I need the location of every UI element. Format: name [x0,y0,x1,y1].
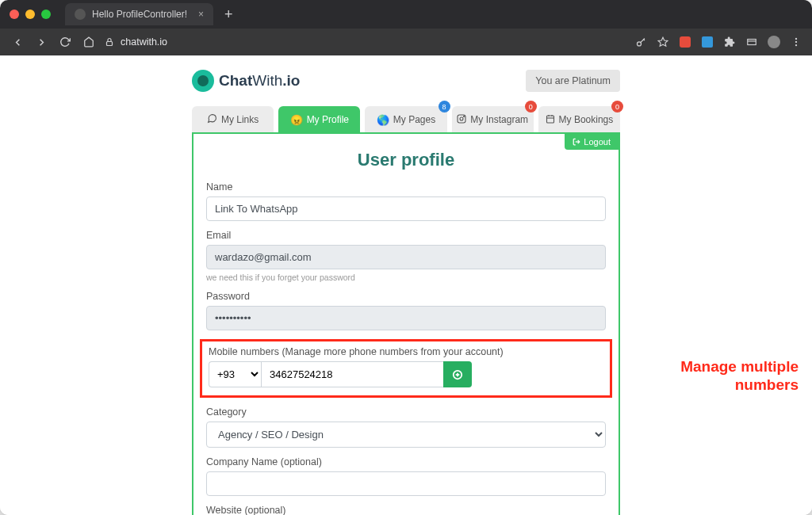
main-container: ChatWith.io You are Platinum My Links 😠 … [192,70,620,515]
extensions-icon[interactable] [723,36,736,48]
avatar-icon[interactable] [768,36,780,48]
svg-point-9 [460,117,463,120]
logout-icon [573,138,580,146]
platinum-badge: You are Platinum [526,70,620,92]
svg-point-5 [795,38,797,40]
company-input[interactable] [206,471,606,496]
tab-title: Hello ProfileController! [92,9,187,20]
tab-label: My Bookings [559,114,614,125]
svg-rect-0 [107,42,113,46]
field-category: Category Agency / SEO / Design [206,406,606,448]
profile-panel: Logout User profile Name Email we need t… [192,132,620,515]
field-name: Name [206,181,606,221]
tab-my-bookings[interactable]: My Bookings 0 [538,106,620,133]
tab-my-pages[interactable]: 🌎 My Pages 8 [365,106,446,133]
minimize-window-button[interactable] [25,10,35,19]
svg-rect-11 [546,116,553,123]
email-input[interactable] [206,245,606,269]
highlighted-mobile-section: Mobile numbers (Manage more phone number… [200,339,612,398]
home-button[interactable] [81,34,97,50]
svg-rect-3 [748,40,756,45]
menu-icon[interactable] [790,36,802,48]
password-input[interactable] [206,306,606,330]
phone-row: +93 [209,361,603,387]
tab-label: My Pages [393,114,435,125]
maximize-window-button[interactable] [41,10,51,19]
toolbar-right [634,36,802,48]
field-company: Company Name (optional) [206,456,606,496]
ext-2-icon[interactable] [701,36,714,48]
instagram-badge: 0 [525,101,537,113]
name-input[interactable] [206,196,606,221]
close-tab-icon[interactable]: × [198,9,204,20]
tab-my-instagram[interactable]: My Instagram 0 [452,106,534,133]
page-title: User profile [206,150,606,170]
reload-button[interactable] [57,34,73,50]
field-website: Website (optional) [206,505,606,515]
back-button[interactable] [10,34,25,50]
lock-icon [105,37,114,47]
website-label: Website (optional) [206,505,606,515]
pages-badge: 8 [439,101,450,113]
ext-3-icon[interactable] [745,36,758,48]
tab-my-links[interactable]: My Links [192,106,274,133]
name-label: Name [206,181,606,193]
field-password: Password [206,291,606,330]
plus-circle-icon [452,369,463,380]
page-content: ChatWith.io You are Platinum My Links 😠 … [0,55,812,515]
annotation-callout: Manage multiple numbers [680,358,799,395]
star-icon[interactable] [657,36,669,48]
logo[interactable]: ChatWith.io [192,70,300,92]
nav-tabs: My Links 😠 My Profile 🌎 My Pages 8 My In… [192,106,620,133]
add-phone-button[interactable] [443,361,472,387]
country-code-select[interactable]: +93 [209,361,261,387]
logo-text: ChatWith.io [219,72,300,90]
phone-input[interactable] [261,361,443,387]
svg-marker-2 [658,37,668,46]
password-label: Password [206,291,606,302]
browser-tab[interactable]: Hello ProfileController! × [65,3,213,25]
email-help: we need this if you forget your password [206,273,606,282]
logo-mark-icon [192,70,214,92]
svg-point-1 [637,41,641,45]
globe-icon: 🌎 [377,114,389,126]
instagram-icon [457,114,466,126]
category-select[interactable]: Agency / SEO / Design [206,422,606,448]
company-label: Company Name (optional) [206,456,606,467]
category-label: Category [206,406,606,418]
url-text: chatwith.io [121,36,167,48]
svg-point-10 [464,116,465,116]
tab-favicon [75,9,86,20]
svg-point-6 [795,41,797,43]
browser-toolbar: chatwith.io [0,29,812,55]
ext-1-icon[interactable] [679,36,691,48]
tab-my-profile[interactable]: 😠 My Profile [278,106,360,133]
address-bar[interactable]: chatwith.io [105,36,626,48]
page-header: ChatWith.io You are Platinum [192,70,620,92]
tab-label: My Profile [307,114,349,125]
tab-label: My Links [221,114,259,125]
window-controls [10,10,51,19]
forward-button[interactable] [33,34,49,50]
bookings-badge: 0 [611,101,623,113]
key-icon[interactable] [634,36,647,48]
svg-point-7 [795,44,797,46]
close-window-button[interactable] [10,10,19,19]
tab-label: My Instagram [470,114,528,125]
calendar-icon [546,114,555,126]
email-label: Email [206,230,606,241]
face-icon: 😠 [290,114,303,126]
mobile-label: Mobile numbers (Manage more phone number… [209,346,603,357]
field-email: Email we need this if you forget your pa… [206,230,606,282]
title-bar: Hello ProfileController! × + [0,0,812,29]
whatsapp-icon [207,113,217,126]
browser-window: Hello ProfileController! × + chatwith.io [0,0,812,515]
new-tab-button[interactable]: + [220,6,238,23]
logout-button[interactable]: Logout [565,134,619,150]
